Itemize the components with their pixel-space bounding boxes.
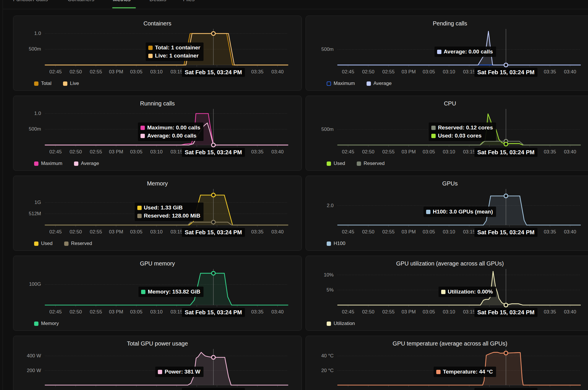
- chart-legend: MaximumAverage: [34, 161, 99, 166]
- tooltip-row: Temperature: 44 °C: [436, 369, 493, 375]
- legend-label: Average: [373, 81, 392, 86]
- legend-item-used[interactable]: Used: [327, 161, 345, 166]
- legend-swatch: [367, 81, 371, 86]
- tooltip-text: Average: 0.00 calls: [444, 49, 493, 55]
- y-axis-label: 1.0: [13, 31, 41, 36]
- chart-plot-gpu-power[interactable]: [13, 336, 302, 390]
- chart-plot-gpu-temperature[interactable]: [306, 336, 588, 390]
- legend-swatch: [74, 161, 78, 166]
- hover-tooltip: Temperature: 44 °C: [434, 367, 496, 377]
- legend-item-average[interactable]: Average: [367, 81, 392, 86]
- x-axis-label: 03:40: [267, 229, 288, 235]
- tooltip-series-swatch: [437, 50, 441, 54]
- tooltip-text: Power: 381 W: [164, 369, 200, 375]
- legend-item-live[interactable]: Live: [63, 81, 79, 86]
- tooltip-series-swatch: [137, 206, 142, 210]
- x-axis-label: 02:55: [378, 229, 399, 235]
- crosshair-date-tooltip: Sat Feb 15, 03:24 PM: [474, 308, 537, 317]
- legend-item-average[interactable]: Average: [74, 161, 99, 166]
- x-axis-label: 03 PM: [106, 309, 127, 315]
- chart-card-gpu-memory: GPU memory100G02:4502:5002:5503 PM03:050…: [13, 256, 302, 331]
- x-axis-label: 03:05: [126, 69, 147, 75]
- tooltip-text: Temperature: 44 °C: [443, 369, 493, 375]
- crosshair-date-tooltip: Sat Feb 15, 03:24 PM: [474, 68, 537, 77]
- y-axis-label: 500m: [306, 127, 334, 132]
- tooltip-text: Utilization: 0.00%: [448, 289, 493, 295]
- tooltip-series-swatch: [148, 46, 153, 50]
- chart-card-memory: Memory1G512M02:4502:5002:5503 PM03:0503:…: [13, 176, 302, 251]
- x-axis-label: 03:05: [418, 149, 439, 155]
- legend-swatch: [34, 242, 38, 246]
- tooltip-row: H100: 3.0 GPUs (mean): [426, 209, 493, 215]
- tooltip-row: Total: 1 container: [148, 44, 200, 51]
- crosshair-date-tooltip: Sat Feb 15, 03:24 PM: [474, 388, 537, 390]
- legend-label: Maximum: [41, 161, 62, 166]
- crosshair-date-tooltip: Sat Feb 15, 03:24 PM: [474, 228, 537, 237]
- crosshair-date-tooltip: Sat Feb 15, 03:24 PM: [182, 68, 245, 77]
- chart-legend: MaximumAverage: [327, 81, 392, 86]
- tooltip-series-swatch: [426, 210, 430, 214]
- y-axis-label: 200 W: [13, 368, 41, 374]
- tooltip-text: Reserved: 128.00 MiB: [144, 213, 200, 219]
- x-axis-label: 03:10: [439, 309, 459, 315]
- x-axis-label: 03:05: [418, 309, 439, 315]
- active-tab-underline: [112, 7, 136, 8]
- legend-item-h100[interactable]: H100: [327, 241, 345, 246]
- y-axis-label: 500m: [13, 46, 41, 52]
- tooltip-text: H100: 3.0 GPUs (mean): [433, 209, 493, 215]
- legend-label: Memory: [41, 321, 59, 326]
- x-axis-label: 03 PM: [398, 229, 419, 235]
- x-axis-label: 03:35: [539, 229, 560, 235]
- x-axis-label: 02:50: [65, 149, 86, 155]
- crosshair-date-tooltip: Sat Feb 15, 03:24 PM: [182, 388, 245, 390]
- x-axis-label: 03:05: [126, 149, 147, 155]
- tooltip-text: Used: 0.03 cores: [438, 133, 482, 139]
- hover-tooltip: Used: 1.33 GiBReserved: 128.00 MiB: [135, 203, 204, 221]
- tooltip-text: Used: 1.33 GiB: [144, 205, 183, 211]
- y-axis-label: 400 W: [13, 353, 41, 359]
- hover-tooltip: H100: 3.0 GPUs (mean): [424, 207, 496, 217]
- hover-tooltip: Average: 0.00 calls: [434, 47, 496, 57]
- legend-item-used[interactable]: Used: [34, 241, 53, 246]
- tooltip-row: Reserved: 128.00 MiB: [137, 213, 200, 219]
- x-axis-label: 03 PM: [398, 149, 419, 155]
- legend-item-total[interactable]: Total: [34, 81, 51, 86]
- y-axis-label: 500m: [306, 47, 334, 52]
- legend-item-reserved[interactable]: Reserved: [64, 241, 92, 246]
- tooltip-text: Memory: 153.82 GiB: [148, 289, 200, 295]
- x-axis-label: 02:45: [338, 149, 358, 155]
- tab-function-calls[interactable]: Function Calls: [13, 0, 48, 3]
- tooltip-series-swatch: [431, 134, 436, 138]
- legend-item-maximum[interactable]: Maximum: [327, 81, 355, 86]
- hover-tooltip: Memory: 153.82 GiB: [138, 287, 204, 297]
- chart-card-cpu: CPU500m02:4502:5002:5503 PM03:0503:1003:…: [306, 96, 588, 171]
- x-axis-label: 02:50: [358, 149, 379, 155]
- tooltip-series-swatch: [140, 134, 145, 138]
- chart-card-gpu-temperature: GPU temperature (average across all GPUs…: [306, 336, 588, 390]
- chart-legend: H100: [327, 241, 345, 246]
- chart-card-gpus: GPUs2.002:4502:5002:5503 PM03:0503:1003:…: [306, 176, 588, 251]
- x-axis-label: 02:55: [86, 309, 106, 315]
- tab-metrics[interactable]: Metrics: [113, 0, 130, 3]
- legend-item-memory[interactable]: Memory: [34, 321, 59, 326]
- tab-containers[interactable]: Containers: [68, 0, 94, 3]
- legend-item-utilization[interactable]: Utilization: [327, 321, 355, 326]
- legend-item-reserved[interactable]: Reserved: [357, 161, 385, 166]
- hover-tooltip: Reserved: 0.12 coresUsed: 0.03 cores: [429, 122, 496, 141]
- tab-files[interactable]: Files: [183, 0, 195, 3]
- x-axis-label: 03:40: [560, 149, 580, 155]
- tooltip-series-swatch: [431, 126, 436, 130]
- x-axis-label: 02:55: [378, 69, 399, 75]
- x-axis-label: 03:10: [439, 149, 459, 155]
- y-axis-label: 500m: [13, 126, 41, 132]
- tooltip-text: Maximum: 0.00 calls: [147, 125, 200, 131]
- chart-legend: TotalLive: [34, 81, 79, 86]
- hover-marker: [212, 143, 215, 147]
- x-axis-label: 03:40: [560, 229, 580, 235]
- tooltip-row: Live: 1 container: [148, 53, 200, 59]
- x-axis-label: 03:05: [126, 229, 147, 235]
- legend-item-maximum[interactable]: Maximum: [34, 161, 62, 166]
- tab-details[interactable]: Details: [149, 0, 166, 3]
- chart-card-pending-calls: Pending calls500m02:4502:5002:5503 PM03:…: [306, 16, 588, 91]
- hover-tooltip: Utilization: 0.00%: [439, 287, 496, 297]
